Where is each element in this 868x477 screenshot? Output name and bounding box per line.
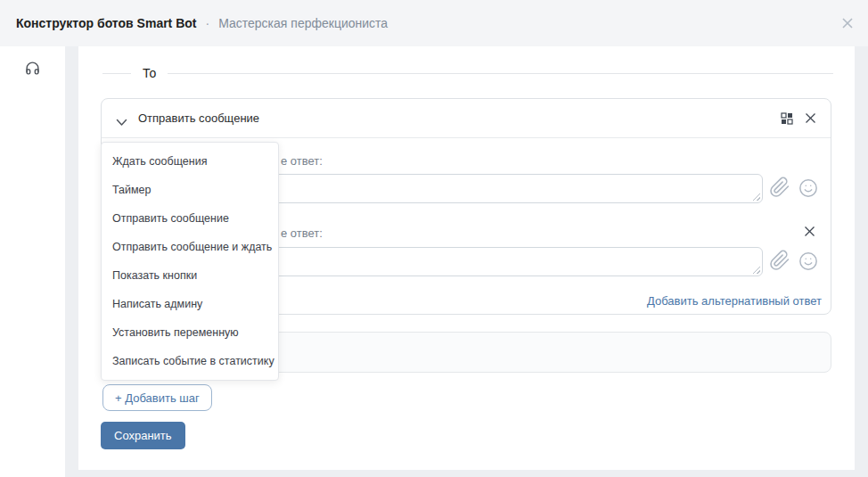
bot-editor-canvas: То Отправить сообщение е (78, 46, 855, 470)
card-header-actions (781, 112, 816, 125)
chevron-down-icon[interactable] (116, 114, 127, 122)
dropdown-item-write-admin[interactable]: Написать админу (102, 290, 278, 318)
dropdown-item-log-statistic[interactable]: Записать событие в статистику (102, 347, 278, 375)
grid-icon[interactable] (781, 112, 793, 125)
paperclip-icon[interactable] (769, 250, 790, 275)
window-header: Конструктор ботов Smart Bot · Мастерская… (0, 0, 868, 46)
dropdown-item-send-and-wait[interactable]: Отправить сообщение и ждать (102, 233, 278, 261)
header-titles: Конструктор ботов Smart Bot · Мастерская… (16, 0, 388, 46)
dropdown-item-send-message[interactable]: Отправить сообщение (102, 204, 278, 233)
dropdown-item-show-buttons[interactable]: Показать кнопки (102, 261, 278, 290)
answer-label: е ответ: (281, 226, 323, 240)
paperclip-icon[interactable] (769, 177, 790, 201)
board-title: Мастерская перфекциониста (218, 16, 388, 30)
divider-label: То (143, 66, 156, 80)
headphones-icon (25, 61, 40, 79)
step-card-header[interactable]: Отправить сообщение (102, 99, 831, 138)
sidebar (0, 46, 65, 477)
add-step-button[interactable]: + Добавить шаг (102, 384, 212, 411)
dropdown-item-set-variable[interactable]: Установить переменную (102, 318, 278, 347)
close-icon[interactable] (840, 16, 855, 30)
app-title: Конструктор ботов Smart Bot (16, 16, 197, 30)
sidebar-item-support[interactable] (0, 46, 65, 86)
answer-label: е ответ: (281, 154, 323, 168)
smiley-icon[interactable] (798, 178, 818, 201)
save-button[interactable]: Сохранить (101, 422, 185, 449)
add-alternative-answer-link[interactable]: Добавить альтернативный ответ (647, 294, 822, 308)
dropdown-item-timer[interactable]: Таймер (102, 176, 278, 204)
title-separator-dot: · (206, 16, 210, 30)
close-icon[interactable] (805, 112, 816, 124)
page: Конструктор ботов Smart Bot · Мастерская… (0, 0, 868, 477)
smiley-icon[interactable] (798, 251, 818, 275)
dropdown-item-wait-message[interactable]: Ждать сообщения (102, 147, 278, 176)
remove-answer-icon[interactable] (804, 225, 815, 241)
step-type-dropdown: Ждать сообщения Таймер Отправить сообщен… (101, 142, 279, 381)
divider-line (102, 73, 131, 74)
step-divider: То (102, 65, 833, 81)
step-type-label: Отправить сообщение (138, 111, 259, 125)
divider-line (168, 73, 833, 74)
